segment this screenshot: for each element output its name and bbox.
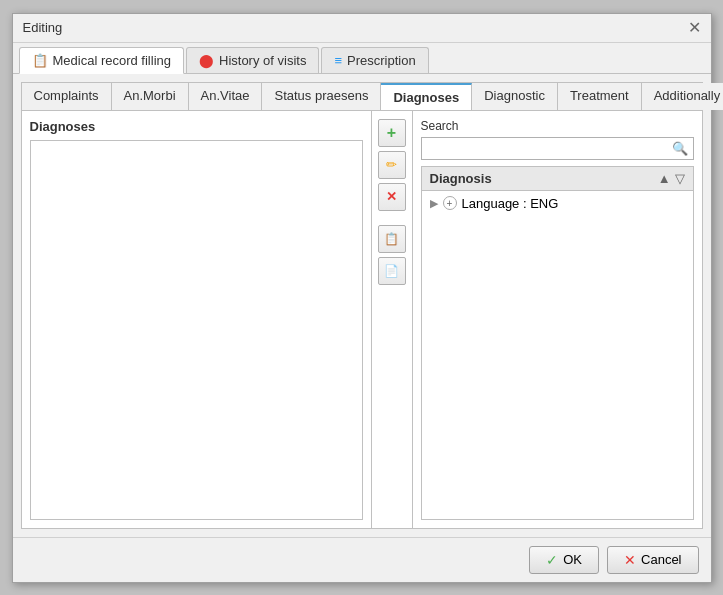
cancel-icon: ✕ bbox=[624, 552, 636, 568]
tab-medical-record[interactable]: 📋 Medical record filling bbox=[19, 47, 185, 74]
delete-button[interactable]: ✕ bbox=[378, 183, 406, 211]
tree-header: Diagnosis ▲ ▽ bbox=[422, 167, 693, 191]
tree-item-language[interactable]: ▶ + Language : ENG bbox=[422, 191, 693, 216]
titlebar: Editing ✕ bbox=[13, 14, 711, 43]
ok-icon: ✓ bbox=[546, 552, 558, 568]
search-icon: 🔍 bbox=[672, 141, 688, 156]
subtab-anvitae[interactable]: An.Vitae bbox=[189, 83, 263, 110]
left-panel: Diagnoses bbox=[22, 111, 372, 528]
footer: ✓ OK ✕ Cancel bbox=[13, 537, 711, 582]
tree-item-arrow: ▶ bbox=[430, 197, 438, 210]
medical-record-icon: 📋 bbox=[32, 53, 48, 68]
filter-button[interactable]: ▽ bbox=[675, 171, 685, 186]
filter-icon: ▽ bbox=[675, 171, 685, 186]
tree-item-label: Language : ENG bbox=[462, 196, 559, 211]
search-box: 🔍 bbox=[421, 137, 694, 160]
ok-label: OK bbox=[563, 552, 582, 567]
ok-button[interactable]: ✓ OK bbox=[529, 546, 599, 574]
middle-buttons: + ✏ ✕ 📋 📄 bbox=[372, 111, 413, 528]
tree-header-label: Diagnosis bbox=[430, 171, 492, 186]
tree-header-icons: ▲ ▽ bbox=[658, 171, 685, 186]
add-icon: + bbox=[387, 124, 396, 142]
expand-icon: + bbox=[443, 196, 457, 210]
diagnoses-list bbox=[30, 140, 363, 520]
sort-icon: ▲ bbox=[658, 171, 671, 186]
search-section: Search 🔍 bbox=[421, 119, 694, 160]
editing-dialog: Editing ✕ 📋 Medical record filling ⬤ His… bbox=[12, 13, 712, 583]
sub-tabs: Complaints An.Morbi An.Vitae Status prae… bbox=[21, 82, 703, 110]
diagnosis-tree: Diagnosis ▲ ▽ ▶ + Langua bbox=[421, 166, 694, 520]
content-area: Complaints An.Morbi An.Vitae Status prae… bbox=[13, 74, 711, 537]
left-panel-title: Diagnoses bbox=[30, 119, 363, 134]
subtab-treatment[interactable]: Treatment bbox=[558, 83, 642, 110]
cancel-button[interactable]: ✕ Cancel bbox=[607, 546, 698, 574]
tab-history-label: History of visits bbox=[219, 53, 306, 68]
copy1-icon: 📋 bbox=[384, 232, 399, 246]
search-input[interactable] bbox=[422, 138, 667, 159]
subtab-status[interactable]: Status praesens bbox=[262, 83, 381, 110]
tab-prescription[interactable]: ≡ Prescription bbox=[321, 47, 428, 73]
main-tabs: 📋 Medical record filling ⬤ History of vi… bbox=[13, 43, 711, 74]
subtab-diagnoses[interactable]: Diagnoses bbox=[381, 83, 472, 110]
prescription-icon: ≡ bbox=[334, 53, 342, 68]
panel-area: Diagnoses + ✏ ✕ 📋 📄 bbox=[21, 110, 703, 529]
copy2-icon: 📄 bbox=[384, 264, 399, 278]
search-label: Search bbox=[421, 119, 694, 133]
edit-button[interactable]: ✏ bbox=[378, 151, 406, 179]
edit-icon: ✏ bbox=[386, 157, 397, 172]
subtab-additionally[interactable]: Additionally bbox=[642, 83, 723, 110]
right-panel: Search 🔍 Diagnosis ▲ bbox=[413, 111, 702, 528]
search-button[interactable]: 🔍 bbox=[667, 138, 693, 159]
history-visits-icon: ⬤ bbox=[199, 53, 214, 68]
tab-prescription-label: Prescription bbox=[347, 53, 416, 68]
tab-medical-label: Medical record filling bbox=[53, 53, 172, 68]
subtab-diagnostic[interactable]: Diagnostic bbox=[472, 83, 558, 110]
subtab-anmorbi[interactable]: An.Morbi bbox=[112, 83, 189, 110]
close-button[interactable]: ✕ bbox=[688, 20, 701, 36]
cancel-label: Cancel bbox=[641, 552, 681, 567]
subtab-complaints[interactable]: Complaints bbox=[22, 83, 112, 110]
tab-history-visits[interactable]: ⬤ History of visits bbox=[186, 47, 319, 73]
delete-icon: ✕ bbox=[386, 189, 397, 204]
copy2-button[interactable]: 📄 bbox=[378, 257, 406, 285]
add-button[interactable]: + bbox=[378, 119, 406, 147]
dialog-title: Editing bbox=[23, 20, 63, 35]
sort-button[interactable]: ▲ bbox=[658, 171, 671, 186]
copy1-button[interactable]: 📋 bbox=[378, 225, 406, 253]
